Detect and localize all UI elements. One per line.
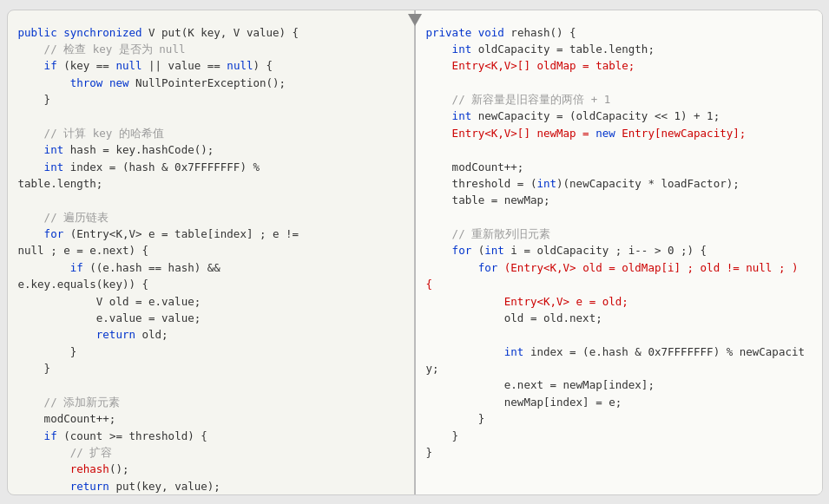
- svg-marker-0: [408, 14, 422, 26]
- arrow-connector: [406, 10, 424, 26]
- left-code: public synchronized V put(K key, V value…: [18, 24, 404, 494]
- main-container: public synchronized V put(K key, V value…: [7, 10, 823, 495]
- left-code-panel: public synchronized V put(K key, V value…: [8, 10, 416, 494]
- right-code-panel: private void rehash() { int oldCapacity …: [416, 10, 822, 494]
- right-code: private void rehash() { int oldCapacity …: [426, 24, 812, 461]
